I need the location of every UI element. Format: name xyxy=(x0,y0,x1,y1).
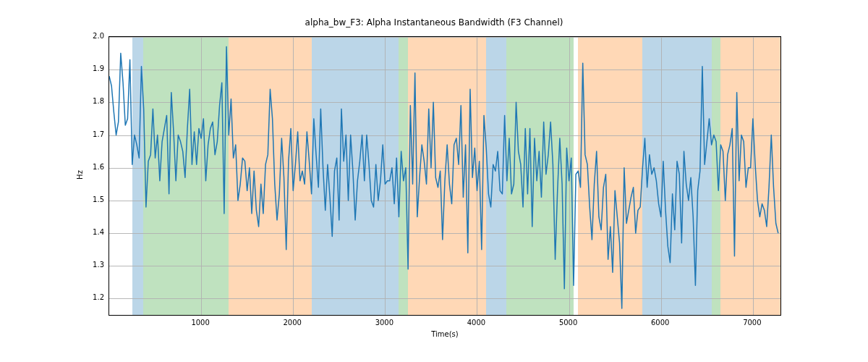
x-tick-label: 1000 xyxy=(186,319,215,327)
y-tick-label: 1.6 xyxy=(75,164,104,171)
series-line xyxy=(109,47,778,308)
y-tick-label: 1.5 xyxy=(75,196,104,203)
x-tick-label: 5000 xyxy=(554,319,583,327)
y-tick-label: 1.2 xyxy=(75,294,104,301)
plot-area xyxy=(109,36,781,316)
y-tick-label: 1.3 xyxy=(75,261,104,269)
x-axis-label: Time(s) xyxy=(109,330,781,338)
y-axis-label: Hz xyxy=(76,170,84,180)
x-tick-label: 6000 xyxy=(646,319,675,327)
x-tick-label: 3000 xyxy=(370,319,399,327)
figure: alpha_bw_F3: Alpha Instantaneous Bandwid… xyxy=(0,0,868,362)
chart-title: alpha_bw_F3: Alpha Instantaneous Bandwid… xyxy=(0,17,868,28)
y-tick-label: 2.0 xyxy=(75,33,104,40)
x-tick-label: 2000 xyxy=(278,319,307,327)
y-tick-label: 1.7 xyxy=(75,131,104,138)
y-tick-label: 1.4 xyxy=(75,229,104,236)
x-tick-label: 7000 xyxy=(738,319,767,327)
line-plot-svg xyxy=(109,37,780,315)
x-tick-label: 4000 xyxy=(461,319,490,327)
y-tick-label: 1.8 xyxy=(75,98,104,105)
y-tick-label: 1.9 xyxy=(75,65,104,72)
